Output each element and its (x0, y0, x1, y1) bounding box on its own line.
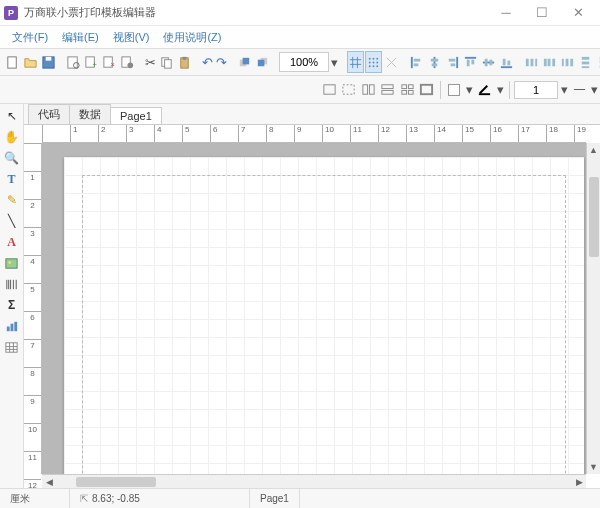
align-right-button[interactable] (444, 51, 461, 73)
scroll-down-icon[interactable]: ▼ (587, 460, 601, 474)
align-bottom-button[interactable] (498, 51, 515, 73)
svg-rect-12 (165, 59, 172, 67)
line-style-4-button[interactable] (378, 79, 396, 101)
delete-page-button[interactable]: × (101, 51, 118, 73)
svg-rect-48 (570, 58, 573, 66)
scroll-right-icon[interactable]: ▶ (572, 475, 586, 489)
tab-page1[interactable]: Page1 (110, 107, 162, 124)
coord-icon: ⇱ (80, 493, 88, 504)
maximize-button[interactable]: ☐ (524, 2, 560, 24)
line-style-6-button[interactable] (417, 79, 435, 101)
distribute-v-button[interactable] (595, 51, 600, 73)
svg-rect-42 (535, 58, 537, 66)
formula-tool[interactable]: Σ (2, 295, 22, 315)
grid-dots-button[interactable] (365, 51, 382, 73)
paste-button[interactable] (176, 51, 193, 73)
close-button[interactable]: ✕ (560, 2, 596, 24)
menu-edit[interactable]: 编辑(E) (56, 28, 105, 47)
new-page-button[interactable]: + (83, 51, 100, 73)
redo-button[interactable]: ↷ (215, 51, 228, 73)
svg-rect-71 (408, 90, 413, 94)
tab-data[interactable]: 数据 (69, 104, 111, 124)
line-color-dropdown[interactable]: ▾ (495, 79, 505, 101)
canvas-viewport[interactable] (42, 143, 586, 474)
font-tool[interactable]: A (2, 232, 22, 252)
zoom-input[interactable] (279, 52, 329, 72)
line-width-dropdown[interactable]: ▾ (559, 79, 569, 101)
distribute-h-button[interactable] (541, 51, 558, 73)
status-coords-value: 8.63; -0.85 (92, 493, 140, 504)
svg-rect-0 (8, 56, 16, 67)
svg-rect-29 (414, 63, 419, 66)
tab-code[interactable]: 代码 (28, 104, 70, 124)
horizontal-scrollbar[interactable]: ◀ ▶ (42, 474, 586, 488)
undo-button[interactable]: ↶ (201, 51, 214, 73)
hscroll-thumb[interactable] (76, 477, 156, 487)
scroll-left-icon[interactable]: ◀ (42, 475, 56, 489)
line-style-2-button[interactable] (339, 79, 357, 101)
line-style-button[interactable] (570, 79, 588, 101)
align-center-h-button[interactable] (426, 51, 443, 73)
bring-front-button[interactable] (236, 51, 253, 73)
svg-rect-79 (6, 342, 17, 351)
svg-rect-39 (507, 60, 510, 65)
zoom-tool[interactable]: 🔍 (2, 148, 22, 168)
table-tool[interactable] (2, 337, 22, 357)
svg-rect-36 (485, 58, 488, 66)
svg-rect-44 (548, 58, 551, 66)
svg-text:+: + (92, 60, 97, 69)
page-canvas[interactable] (64, 157, 584, 474)
svg-point-27 (376, 65, 378, 67)
image-tool[interactable] (2, 253, 22, 273)
line-width-input[interactable] (514, 81, 558, 99)
text-tool[interactable]: T (2, 169, 22, 189)
line-tool[interactable]: ╲ (2, 211, 22, 231)
svg-point-23 (373, 61, 375, 63)
align-top-button[interactable] (462, 51, 479, 73)
line-style-1-button[interactable] (320, 79, 338, 101)
distribute-right-button[interactable] (559, 51, 576, 73)
send-back-button[interactable] (254, 51, 271, 73)
svg-rect-67 (382, 90, 393, 94)
svg-rect-64 (363, 85, 368, 94)
svg-rect-46 (562, 58, 564, 66)
zoom-dropdown-button[interactable]: ▾ (330, 51, 339, 73)
chart-tool[interactable] (2, 316, 22, 336)
hand-tool[interactable]: ✋ (2, 127, 22, 147)
cut-button[interactable]: ✂ (144, 51, 157, 73)
line-style-dropdown[interactable]: ▾ (590, 79, 600, 101)
snap-button[interactable] (383, 51, 400, 73)
minimize-button[interactable]: ─ (488, 2, 524, 24)
barcode-tool[interactable] (2, 274, 22, 294)
pointer-tool[interactable]: ↖ (2, 106, 22, 126)
status-page: Page1 (250, 489, 300, 508)
svg-rect-31 (432, 63, 438, 66)
distribute-left-button[interactable] (523, 51, 540, 73)
line-style-3-button[interactable] (359, 79, 377, 101)
fill-color-dropdown[interactable]: ▾ (464, 79, 474, 101)
fill-color-button[interactable] (445, 79, 463, 101)
grid-lines-button[interactable] (347, 51, 364, 73)
toolbar-main: + × ✂ ↶ ↷ ▾ (0, 48, 600, 76)
menu-file[interactable]: 文件(F) (6, 28, 54, 47)
tool-palette: ↖ ✋ 🔍 T ✎ ╲ A Σ (0, 104, 24, 488)
vertical-scrollbar[interactable]: ▲ ▼ (586, 143, 600, 474)
save-button[interactable] (40, 51, 57, 73)
page-settings-button[interactable] (119, 51, 136, 73)
align-middle-v-button[interactable] (480, 51, 497, 73)
preview-button[interactable] (65, 51, 82, 73)
menu-help[interactable]: 使用说明(Z) (157, 28, 227, 47)
vscroll-thumb[interactable] (589, 177, 599, 257)
new-button[interactable] (4, 51, 21, 73)
draw-tool[interactable]: ✎ (2, 190, 22, 210)
align-left-button[interactable] (408, 51, 425, 73)
editor-column: 代码 数据 Page1 1234567891011121314151617181… (24, 104, 600, 488)
svg-rect-47 (566, 58, 569, 66)
line-style-5-button[interactable] (398, 79, 416, 101)
scroll-up-icon[interactable]: ▲ (587, 143, 601, 157)
line-color-button[interactable] (475, 79, 493, 101)
menu-view[interactable]: 视图(V) (107, 28, 156, 47)
open-button[interactable] (22, 51, 39, 73)
distribute-top-button[interactable] (577, 51, 594, 73)
copy-button[interactable] (158, 51, 175, 73)
